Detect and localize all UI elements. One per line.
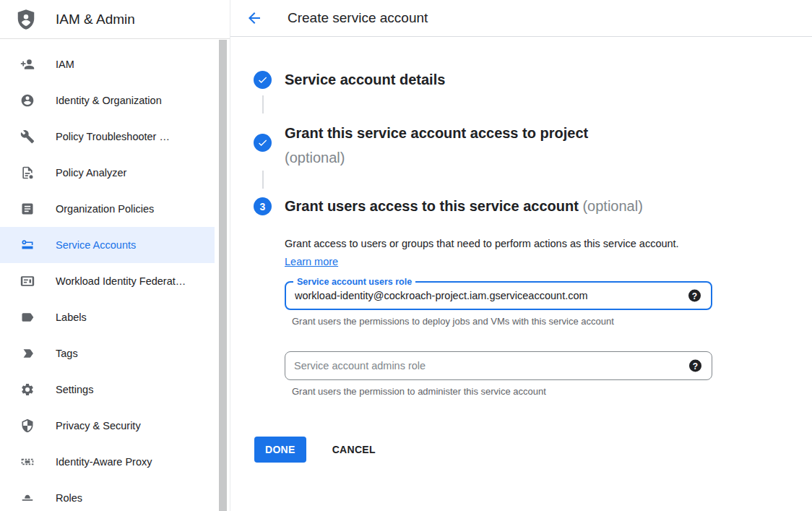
- step-3-optional-label: (optional): [582, 198, 642, 214]
- step-2-completed-check-icon: [254, 134, 272, 152]
- proxy-icon: [20, 455, 35, 469]
- roles-hat-icon: [20, 491, 35, 505]
- sidebar-item-label: Tags: [56, 348, 78, 359]
- step-2-optional-label: (optional): [285, 145, 588, 170]
- label-icon: [20, 310, 35, 325]
- learn-more-link[interactable]: Learn more: [285, 256, 338, 267]
- wizard-actions: DONE CANCEL: [254, 437, 376, 463]
- page-title: Create service account: [288, 10, 428, 26]
- sidebar-item-tags[interactable]: Tags: [0, 335, 215, 372]
- back-button[interactable]: [246, 9, 263, 27]
- sidebar-item-labels[interactable]: Labels: [0, 299, 215, 335]
- sidebar-scrollbar-thumb[interactable]: [219, 40, 227, 511]
- account-circle-icon: [20, 93, 35, 108]
- sidebar-item-policy-analyzer[interactable]: Policy Analyzer: [0, 155, 215, 191]
- service-account-admins-role-input[interactable]: [285, 352, 671, 379]
- sidebar-item-label: Organization Policies: [56, 203, 154, 215]
- sidebar-item-label: IAM: [56, 59, 74, 70]
- cancel-button[interactable]: CANCEL: [332, 444, 376, 455]
- sidebar-title: IAM & Admin: [56, 12, 135, 27]
- step-3-description: Grant access to users or groups that nee…: [285, 235, 689, 271]
- arrow-left-icon: [246, 9, 263, 27]
- admins-role-helper-text: Grant users the permission to administer…: [292, 386, 546, 397]
- sidebar-item-privacy-security[interactable]: Privacy & Security: [0, 408, 215, 444]
- sidebar-item-identity-organization[interactable]: Identity & Organization: [0, 82, 215, 119]
- main-panel: Create service account Service account d…: [230, 0, 812, 511]
- users-role-field-label: Service account users role: [293, 276, 415, 288]
- sidebar-item-label: Service Accounts: [56, 239, 136, 251]
- sidebar-item-service-accounts[interactable]: Service Accounts: [0, 227, 215, 263]
- sidebar-item-label: Privacy & Security: [56, 420, 141, 431]
- step-3-number-badge: 3: [254, 197, 272, 215]
- person-add-icon: [20, 57, 35, 72]
- sidebar-item-iam[interactable]: IAM: [0, 46, 215, 82]
- sidebar-item-label: Labels: [56, 312, 87, 323]
- sidebar-item-label: Identity & Organization: [56, 95, 162, 106]
- sidebar: IAM & Admin IAM Identity & Organization …: [0, 0, 230, 511]
- create-service-account-wizard: Service account details Grant this servi…: [230, 37, 812, 511]
- service-account-users-role-field[interactable]: Service account users role ?: [285, 281, 712, 310]
- sidebar-item-label: Settings: [56, 384, 93, 395]
- step-connector: [262, 95, 264, 113]
- step-3-title: Grant users access to this service accou…: [285, 197, 643, 215]
- help-icon[interactable]: ?: [688, 290, 701, 302]
- sidebar-item-identity-aware-proxy[interactable]: Identity-Aware Proxy: [0, 444, 215, 480]
- step-connector: [262, 171, 264, 189]
- sidebar-item-label: Roles: [56, 492, 82, 504]
- sidebar-item-workload-identity-federation[interactable]: Workload Identity Federat…: [0, 263, 215, 299]
- users-role-helper-text: Grant users the permissions to deploy jo…: [292, 316, 614, 327]
- main-header: Create service account: [230, 0, 812, 37]
- policy-analyzer-icon: [20, 166, 35, 180]
- step-1-title: Service account details: [285, 70, 445, 89]
- identity-card-icon: [20, 274, 35, 288]
- sidebar-item-roles[interactable]: Roles: [0, 480, 215, 511]
- shield-half-icon: [20, 418, 35, 433]
- sidebar-item-organization-policies[interactable]: Organization Policies: [0, 191, 215, 227]
- wrench-icon: [20, 129, 35, 144]
- done-button[interactable]: DONE: [254, 437, 306, 463]
- sidebar-item-label: Policy Troubleshooter …: [56, 131, 170, 142]
- service-account-admins-role-field[interactable]: ?: [285, 351, 712, 380]
- step-2-title: Grant this service account access to pro…: [285, 121, 588, 170]
- sidebar-item-label: Identity-Aware Proxy: [56, 456, 152, 468]
- sidebar-nav: IAM Identity & Organization Policy Troub…: [0, 39, 230, 511]
- sidebar-item-label: Workload Identity Federat…: [56, 275, 186, 287]
- gear-icon: [20, 382, 35, 397]
- sidebar-header: IAM & Admin: [0, 0, 230, 39]
- tag-icon: [20, 346, 35, 361]
- sidebar-item-label: Policy Analyzer: [56, 167, 126, 179]
- sidebar-item-settings[interactable]: Settings: [0, 372, 215, 408]
- help-icon[interactable]: ?: [689, 360, 701, 372]
- service-account-icon: [20, 238, 35, 252]
- sidebar-item-policy-troubleshooter[interactable]: Policy Troubleshooter …: [0, 119, 215, 155]
- iam-admin-shield-icon: [15, 9, 37, 30]
- article-icon: [20, 202, 35, 216]
- step-1-completed-check-icon: [254, 71, 272, 89]
